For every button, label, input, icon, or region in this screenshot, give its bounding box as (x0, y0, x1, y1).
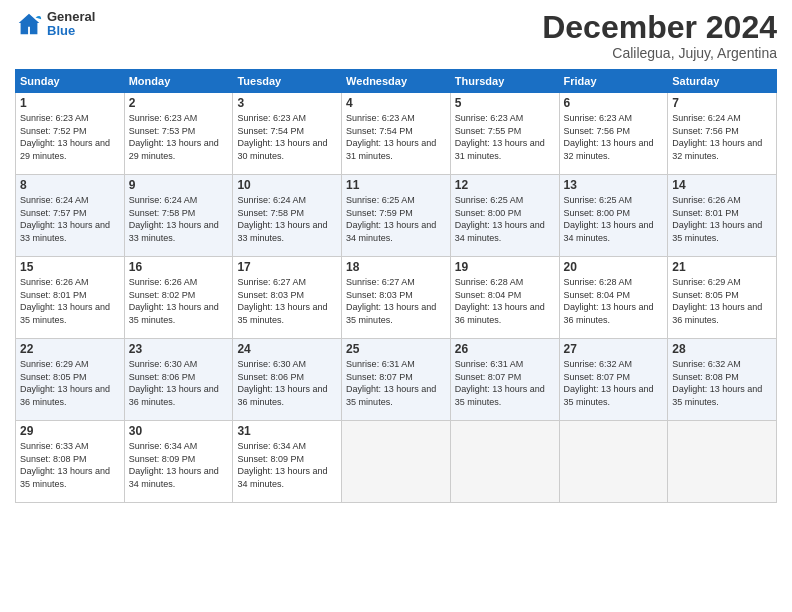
calendar-row-3: 15 Sunrise: 6:26 AMSunset: 8:01 PMDaylig… (16, 257, 777, 339)
day-info: Sunrise: 6:25 AMSunset: 8:00 PMDaylight:… (564, 195, 654, 243)
day-number: 31 (237, 424, 337, 438)
day-info: Sunrise: 6:23 AMSunset: 7:53 PMDaylight:… (129, 113, 219, 161)
day-number: 23 (129, 342, 229, 356)
day-info: Sunrise: 6:32 AMSunset: 8:08 PMDaylight:… (672, 359, 762, 407)
day-cell-23: 23 Sunrise: 6:30 AMSunset: 8:06 PMDaylig… (124, 339, 233, 421)
day-info: Sunrise: 6:24 AMSunset: 7:57 PMDaylight:… (20, 195, 110, 243)
day-number: 7 (672, 96, 772, 110)
empty-cell (559, 421, 668, 503)
day-info: Sunrise: 6:26 AMSunset: 8:01 PMDaylight:… (20, 277, 110, 325)
day-info: Sunrise: 6:27 AMSunset: 8:03 PMDaylight:… (346, 277, 436, 325)
header: General Blue December 2024 Calilegua, Ju… (15, 10, 777, 61)
day-number: 8 (20, 178, 120, 192)
day-info: Sunrise: 6:28 AMSunset: 8:04 PMDaylight:… (564, 277, 654, 325)
day-number: 4 (346, 96, 446, 110)
header-wednesday: Wednesday (342, 70, 451, 93)
day-number: 9 (129, 178, 229, 192)
day-cell-28: 28 Sunrise: 6:32 AMSunset: 8:08 PMDaylig… (668, 339, 777, 421)
day-number: 19 (455, 260, 555, 274)
day-number: 2 (129, 96, 229, 110)
day-number: 14 (672, 178, 772, 192)
day-number: 20 (564, 260, 664, 274)
day-cell-22: 22 Sunrise: 6:29 AMSunset: 8:05 PMDaylig… (16, 339, 125, 421)
empty-cell (450, 421, 559, 503)
day-cell-21: 21 Sunrise: 6:29 AMSunset: 8:05 PMDaylig… (668, 257, 777, 339)
day-cell-4: 4 Sunrise: 6:23 AMSunset: 7:54 PMDayligh… (342, 93, 451, 175)
day-cell-31: 31 Sunrise: 6:34 AMSunset: 8:09 PMDaylig… (233, 421, 342, 503)
day-cell-1: 1 Sunrise: 6:23 AMSunset: 7:52 PMDayligh… (16, 93, 125, 175)
title-area: December 2024 Calilegua, Jujuy, Argentin… (542, 10, 777, 61)
month-title: December 2024 (542, 10, 777, 45)
day-cell-5: 5 Sunrise: 6:23 AMSunset: 7:55 PMDayligh… (450, 93, 559, 175)
location: Calilegua, Jujuy, Argentina (542, 45, 777, 61)
day-info: Sunrise: 6:29 AMSunset: 8:05 PMDaylight:… (20, 359, 110, 407)
day-cell-27: 27 Sunrise: 6:32 AMSunset: 8:07 PMDaylig… (559, 339, 668, 421)
calendar-row-1: 1 Sunrise: 6:23 AMSunset: 7:52 PMDayligh… (16, 93, 777, 175)
day-info: Sunrise: 6:34 AMSunset: 8:09 PMDaylight:… (237, 441, 327, 489)
header-friday: Friday (559, 70, 668, 93)
day-cell-14: 14 Sunrise: 6:26 AMSunset: 8:01 PMDaylig… (668, 175, 777, 257)
day-number: 5 (455, 96, 555, 110)
day-cell-16: 16 Sunrise: 6:26 AMSunset: 8:02 PMDaylig… (124, 257, 233, 339)
day-info: Sunrise: 6:26 AMSunset: 8:01 PMDaylight:… (672, 195, 762, 243)
day-cell-12: 12 Sunrise: 6:25 AMSunset: 8:00 PMDaylig… (450, 175, 559, 257)
day-number: 26 (455, 342, 555, 356)
calendar-row-2: 8 Sunrise: 6:24 AMSunset: 7:57 PMDayligh… (16, 175, 777, 257)
day-cell-19: 19 Sunrise: 6:28 AMSunset: 8:04 PMDaylig… (450, 257, 559, 339)
day-cell-25: 25 Sunrise: 6:31 AMSunset: 8:07 PMDaylig… (342, 339, 451, 421)
day-cell-29: 29 Sunrise: 6:33 AMSunset: 8:08 PMDaylig… (16, 421, 125, 503)
day-cell-17: 17 Sunrise: 6:27 AMSunset: 8:03 PMDaylig… (233, 257, 342, 339)
calendar-header-row: Sunday Monday Tuesday Wednesday Thursday… (16, 70, 777, 93)
logo-general-text: General (47, 10, 95, 24)
day-number: 28 (672, 342, 772, 356)
day-number: 15 (20, 260, 120, 274)
day-info: Sunrise: 6:33 AMSunset: 8:08 PMDaylight:… (20, 441, 110, 489)
day-number: 21 (672, 260, 772, 274)
day-cell-18: 18 Sunrise: 6:27 AMSunset: 8:03 PMDaylig… (342, 257, 451, 339)
day-info: Sunrise: 6:27 AMSunset: 8:03 PMDaylight:… (237, 277, 327, 325)
day-info: Sunrise: 6:30 AMSunset: 8:06 PMDaylight:… (129, 359, 219, 407)
day-info: Sunrise: 6:24 AMSunset: 7:58 PMDaylight:… (237, 195, 327, 243)
logo-blue-text: Blue (47, 24, 95, 38)
day-cell-3: 3 Sunrise: 6:23 AMSunset: 7:54 PMDayligh… (233, 93, 342, 175)
day-cell-26: 26 Sunrise: 6:31 AMSunset: 8:07 PMDaylig… (450, 339, 559, 421)
logo-icon (15, 10, 43, 38)
day-info: Sunrise: 6:26 AMSunset: 8:02 PMDaylight:… (129, 277, 219, 325)
day-info: Sunrise: 6:32 AMSunset: 8:07 PMDaylight:… (564, 359, 654, 407)
day-cell-24: 24 Sunrise: 6:30 AMSunset: 8:06 PMDaylig… (233, 339, 342, 421)
calendar-row-5: 29 Sunrise: 6:33 AMSunset: 8:08 PMDaylig… (16, 421, 777, 503)
day-number: 18 (346, 260, 446, 274)
day-number: 6 (564, 96, 664, 110)
page: General Blue December 2024 Calilegua, Ju… (0, 0, 792, 612)
day-info: Sunrise: 6:23 AMSunset: 7:56 PMDaylight:… (564, 113, 654, 161)
empty-cell (342, 421, 451, 503)
day-info: Sunrise: 6:34 AMSunset: 8:09 PMDaylight:… (129, 441, 219, 489)
day-cell-30: 30 Sunrise: 6:34 AMSunset: 8:09 PMDaylig… (124, 421, 233, 503)
day-info: Sunrise: 6:25 AMSunset: 8:00 PMDaylight:… (455, 195, 545, 243)
calendar-row-4: 22 Sunrise: 6:29 AMSunset: 8:05 PMDaylig… (16, 339, 777, 421)
day-info: Sunrise: 6:23 AMSunset: 7:54 PMDaylight:… (237, 113, 327, 161)
day-info: Sunrise: 6:25 AMSunset: 7:59 PMDaylight:… (346, 195, 436, 243)
day-cell-20: 20 Sunrise: 6:28 AMSunset: 8:04 PMDaylig… (559, 257, 668, 339)
empty-cell (668, 421, 777, 503)
day-number: 29 (20, 424, 120, 438)
day-cell-15: 15 Sunrise: 6:26 AMSunset: 8:01 PMDaylig… (16, 257, 125, 339)
day-number: 22 (20, 342, 120, 356)
day-number: 10 (237, 178, 337, 192)
day-number: 13 (564, 178, 664, 192)
header-thursday: Thursday (450, 70, 559, 93)
logo: General Blue (15, 10, 95, 39)
day-cell-8: 8 Sunrise: 6:24 AMSunset: 7:57 PMDayligh… (16, 175, 125, 257)
day-cell-11: 11 Sunrise: 6:25 AMSunset: 7:59 PMDaylig… (342, 175, 451, 257)
header-sunday: Sunday (16, 70, 125, 93)
day-info: Sunrise: 6:24 AMSunset: 7:56 PMDaylight:… (672, 113, 762, 161)
day-number: 12 (455, 178, 555, 192)
day-cell-2: 2 Sunrise: 6:23 AMSunset: 7:53 PMDayligh… (124, 93, 233, 175)
day-number: 30 (129, 424, 229, 438)
day-number: 27 (564, 342, 664, 356)
svg-marker-0 (19, 14, 40, 35)
day-number: 16 (129, 260, 229, 274)
day-info: Sunrise: 6:31 AMSunset: 8:07 PMDaylight:… (346, 359, 436, 407)
day-info: Sunrise: 6:29 AMSunset: 8:05 PMDaylight:… (672, 277, 762, 325)
day-info: Sunrise: 6:23 AMSunset: 7:55 PMDaylight:… (455, 113, 545, 161)
